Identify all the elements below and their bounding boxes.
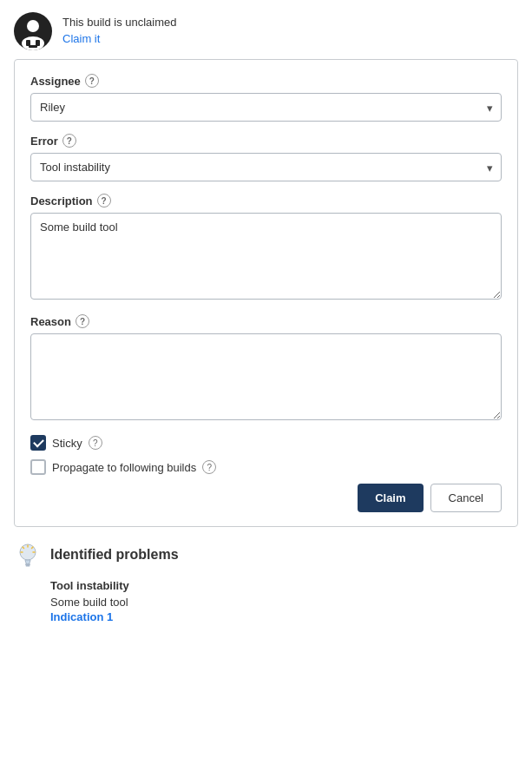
error-select[interactable]: Tool instability Build failure Test fail… — [30, 153, 502, 181]
description-help-icon[interactable]: ? — [97, 194, 111, 208]
reason-group: Reason ? — [30, 314, 502, 423]
svg-rect-7 — [25, 563, 30, 565]
button-row: Claim Cancel — [30, 484, 502, 512]
identified-problems-section: Identified problems Tool instability Som… — [0, 527, 532, 623]
sticky-help-icon[interactable]: ? — [89, 436, 102, 450]
reason-label: Reason ? — [30, 314, 502, 328]
svg-rect-4 — [36, 40, 40, 46]
problem-card: Tool instability Some build tool Indicat… — [50, 579, 518, 623]
sticky-checkbox[interactable] — [30, 435, 46, 451]
propagate-help-icon[interactable]: ? — [202, 460, 216, 474]
identified-problems-title: Identified problems — [50, 547, 179, 563]
assignee-select-wrapper: Riley Unassigned ▾ — [30, 93, 502, 122]
svg-line-10 — [32, 547, 33, 548]
assignee-help-icon[interactable]: ? — [85, 74, 99, 88]
avatar — [14, 12, 52, 50]
svg-rect-5 — [29, 45, 37, 48]
problem-description: Some build tool — [50, 596, 518, 609]
reason-textarea[interactable] — [30, 333, 502, 420]
svg-line-12 — [23, 547, 23, 548]
assignee-select[interactable]: Riley Unassigned — [30, 93, 502, 122]
description-group: Description ? Some build tool — [30, 194, 502, 302]
identified-problems-header: Identified problems — [14, 541, 518, 569]
description-textarea[interactable]: Some build tool — [30, 213, 502, 300]
build-info: This build is unclaimed Claim it — [62, 12, 177, 45]
propagate-row: Propagate to following builds ? — [30, 459, 502, 475]
error-group: Error ? Tool instability Build failure T… — [30, 134, 502, 181]
svg-rect-3 — [26, 40, 30, 46]
assignee-group: Assignee ? Riley Unassigned ▾ — [30, 74, 502, 122]
propagate-checkbox[interactable] — [30, 459, 46, 475]
error-help-icon[interactable]: ? — [62, 134, 76, 148]
unclaimed-text: This build is unclaimed — [62, 16, 177, 29]
description-label: Description ? — [30, 194, 502, 208]
error-select-wrapper: Tool instability Build failure Test fail… — [30, 153, 502, 181]
propagate-label-text: Propagate to following builds — [52, 461, 196, 474]
sticky-label-text: Sticky — [52, 437, 82, 450]
problem-indication-link[interactable]: Indication 1 — [50, 610, 113, 623]
svg-rect-8 — [26, 565, 30, 567]
reason-help-icon[interactable]: ? — [76, 314, 89, 328]
problem-title: Tool instability — [50, 579, 518, 592]
bulb-icon — [14, 541, 42, 569]
svg-point-2 — [22, 36, 44, 50]
error-label: Error ? — [30, 134, 502, 148]
top-bar: This build is unclaimed Claim it — [0, 0, 532, 59]
cancel-button[interactable]: Cancel — [430, 484, 502, 512]
assignee-label: Assignee ? — [30, 74, 502, 88]
svg-point-1 — [27, 20, 39, 32]
claim-button[interactable]: Claim — [358, 484, 423, 512]
form-container: Assignee ? Riley Unassigned ▾ Error ? To… — [14, 59, 518, 527]
sticky-row: Sticky ? — [30, 435, 502, 451]
claim-it-link[interactable]: Claim it — [62, 32, 177, 45]
